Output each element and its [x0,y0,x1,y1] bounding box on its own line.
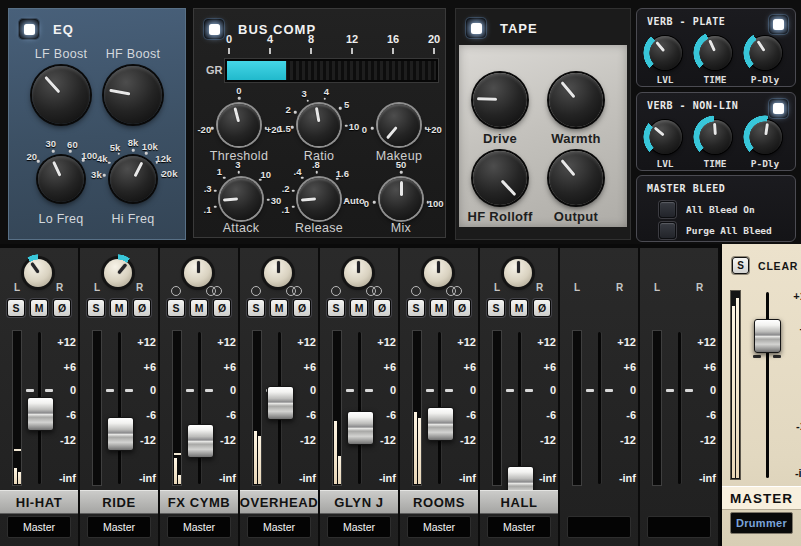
fader-handle[interactable] [107,417,134,451]
fader-zone: +12 +6 0 -6 -12 -inf [560,330,638,486]
fader-track[interactable] [678,332,681,484]
channel-strip: L R S M Ø +12 +6 0 -6 -12 -inf [640,248,720,546]
fader-track[interactable] [358,332,361,484]
fader-track[interactable] [198,332,201,484]
phase-button[interactable]: Ø [453,299,471,317]
release-knob[interactable]: .1.2.4.81.6Auto [298,178,340,220]
phase-button[interactable]: Ø [213,299,231,317]
checkbox-light [773,19,784,30]
fader-handle[interactable] [427,407,454,441]
pan-knob[interactable] [504,259,532,287]
mute-button[interactable]: M [110,299,128,317]
solo-button[interactable]: S [7,299,25,317]
output-selector[interactable] [647,516,711,538]
pan-knob[interactable] [344,259,372,287]
meter-left [334,421,337,484]
solo-button[interactable]: S [247,299,265,317]
gr-scale-tick [392,48,394,54]
output-selector[interactable]: Master [247,516,311,538]
mix-knob[interactable]: 050100 [380,178,422,220]
mono-icon [171,286,181,296]
master-output-selector[interactable]: Drummer [730,512,793,534]
pan-right-label: R [616,282,623,293]
master-solo-button[interactable]: S [732,257,749,274]
lo-freq-label: Lo Freq [21,212,101,226]
pan-knob[interactable] [104,259,132,287]
phase-button[interactable]: Ø [133,299,151,317]
eq-enable-checkbox[interactable] [19,19,39,39]
lo-freq-knob[interactable]: 203060100 [38,156,84,202]
nonlin-time-knob[interactable] [698,120,732,154]
fader-handle[interactable] [267,386,294,420]
makeup-knob[interactable]: 0+20 [378,104,420,146]
phase-button[interactable]: Ø [53,299,71,317]
master-clear-button[interactable]: CLEAR [758,260,798,272]
nonlin-pdly-knob[interactable] [748,120,782,154]
all-bleed-on-checkbox[interactable] [659,201,676,218]
fader-track[interactable] [118,332,121,484]
output-selector[interactable]: Master [167,516,231,538]
gr-scale-number: 4 [267,33,273,45]
meter-right [418,418,421,484]
nonlin-time-label: TIME [687,158,743,169]
knob-tick-dot [323,97,326,100]
peak-mark [174,453,181,455]
bus-comp-enable-checkbox[interactable] [204,19,224,39]
purge-all-bleed-checkbox[interactable] [659,222,676,239]
nonlin-lvl-knob[interactable] [648,120,682,154]
warmth-knob[interactable] [549,73,603,127]
phase-button[interactable]: Ø [533,299,551,317]
pan-knob[interactable] [424,259,452,287]
mute-button[interactable]: M [30,299,48,317]
stereo-icon [366,286,382,296]
mute-button[interactable]: M [190,299,208,317]
scale-label: +12 [528,336,556,348]
output-selector[interactable]: Master [487,516,551,538]
drive-knob[interactable] [473,73,527,127]
fader-handle[interactable] [187,424,214,458]
pan-knob[interactable] [184,259,212,287]
phase-button[interactable]: Ø [293,299,311,317]
solo-button[interactable]: S [327,299,345,317]
fader-handle[interactable] [27,397,54,431]
phase-button[interactable]: Ø [373,299,391,317]
output-selector[interactable]: Master [407,516,471,538]
output-selector[interactable]: Master [327,516,391,538]
hf-rolloff-knob[interactable] [473,151,527,205]
gr-scale-number: 16 [387,33,399,45]
output-knob[interactable] [549,151,603,205]
mute-button[interactable]: M [270,299,288,317]
output-selector[interactable] [567,516,631,538]
mute-button[interactable]: M [350,299,368,317]
pan-knob[interactable] [24,259,52,287]
fader-track[interactable] [598,332,601,484]
hf-boost-knob[interactable] [104,66,162,124]
fader-track[interactable] [518,332,521,484]
pan-knob[interactable] [264,259,292,287]
attack-knob[interactable]: .1.3131030 [220,178,262,220]
plate-pdly-knob[interactable] [748,36,782,70]
fader-handle[interactable] [347,411,374,445]
gr-scale-tick [310,48,312,54]
scale-label: -12 [288,434,316,446]
plate-lvl-knob[interactable] [648,36,682,70]
solo-button[interactable]: S [167,299,185,317]
master-fader-handle[interactable] [754,319,781,353]
knob-tick-label: .2 [282,183,290,194]
mute-button[interactable]: M [430,299,448,317]
threshold-knob[interactable]: -200+20 [218,104,260,146]
hi-freq-knob[interactable]: 3k4k5k8k10k12k20k [110,156,156,202]
output-selector[interactable]: Master [87,516,151,538]
ratio-knob[interactable]: 1.5234510 [298,104,340,146]
solo-button[interactable]: S [487,299,505,317]
solo-button[interactable]: S [407,299,425,317]
solo-button[interactable]: S [87,299,105,317]
mute-button[interactable]: M [510,299,528,317]
plate-time-knob[interactable] [698,36,732,70]
knob-tick-dot [238,97,241,100]
tape-enable-checkbox[interactable] [466,18,486,38]
lf-boost-knob[interactable] [32,66,90,124]
knob-tick-dot [103,174,106,177]
output-selector[interactable]: Master [7,516,71,538]
knob-pointer [51,161,61,177]
